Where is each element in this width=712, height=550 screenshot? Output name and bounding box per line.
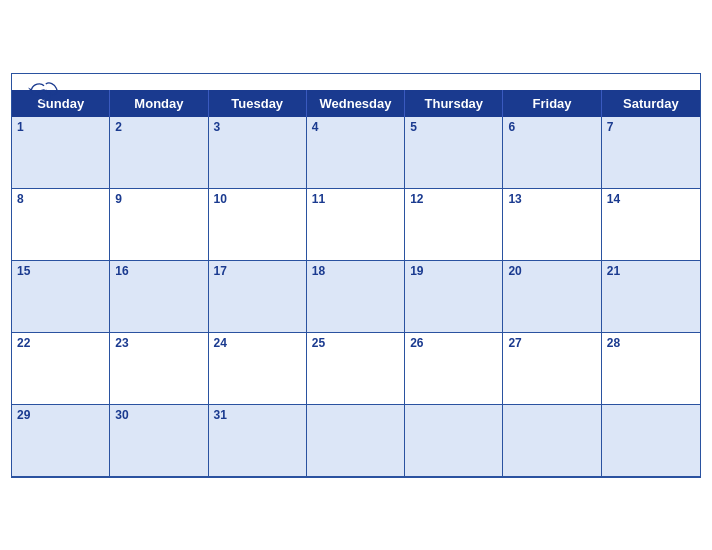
day-cell-26: 26 — [405, 333, 503, 405]
day-number: 31 — [214, 408, 301, 422]
day-cell-15: 15 — [12, 261, 110, 333]
day-number: 8 — [17, 192, 104, 206]
day-number: 9 — [115, 192, 202, 206]
day-number: 7 — [607, 120, 695, 134]
day-number: 17 — [214, 264, 301, 278]
day-cell-14: 14 — [602, 189, 700, 261]
day-header-monday: Monday — [110, 90, 208, 117]
day-cell-28: 28 — [602, 333, 700, 405]
day-cell-12: 12 — [405, 189, 503, 261]
empty-cell — [307, 405, 405, 477]
day-header-thursday: Thursday — [405, 90, 503, 117]
day-cell-20: 20 — [503, 261, 601, 333]
day-number: 25 — [312, 336, 399, 350]
day-number: 14 — [607, 192, 695, 206]
empty-cell — [602, 405, 700, 477]
day-number: 2 — [115, 120, 202, 134]
day-number: 6 — [508, 120, 595, 134]
empty-cell — [503, 405, 601, 477]
day-cell-27: 27 — [503, 333, 601, 405]
calendar-body: 1234567891011121314151617181920212223242… — [12, 117, 700, 477]
calendar-week-5: 293031 — [12, 405, 700, 477]
day-header-tuesday: Tuesday — [209, 90, 307, 117]
day-number: 29 — [17, 408, 104, 422]
day-cell-25: 25 — [307, 333, 405, 405]
calendar: SundayMondayTuesdayWednesdayThursdayFrid… — [11, 73, 701, 478]
day-number: 1 — [17, 120, 104, 134]
day-number: 27 — [508, 336, 595, 350]
day-cell-21: 21 — [602, 261, 700, 333]
day-number: 26 — [410, 336, 497, 350]
day-cell-4: 4 — [307, 117, 405, 189]
day-cell-22: 22 — [12, 333, 110, 405]
day-cell-31: 31 — [209, 405, 307, 477]
day-cell-30: 30 — [110, 405, 208, 477]
empty-cell — [405, 405, 503, 477]
day-number: 21 — [607, 264, 695, 278]
day-cell-1: 1 — [12, 117, 110, 189]
day-cell-18: 18 — [307, 261, 405, 333]
brand-logo — [28, 82, 62, 102]
day-number: 19 — [410, 264, 497, 278]
calendar-header — [12, 74, 700, 90]
day-cell-10: 10 — [209, 189, 307, 261]
calendar-week-2: 891011121314 — [12, 189, 700, 261]
day-cell-13: 13 — [503, 189, 601, 261]
day-number: 15 — [17, 264, 104, 278]
day-cell-8: 8 — [12, 189, 110, 261]
day-cell-7: 7 — [602, 117, 700, 189]
day-number: 20 — [508, 264, 595, 278]
day-number: 24 — [214, 336, 301, 350]
day-number: 13 — [508, 192, 595, 206]
brand-bird-icon — [28, 82, 60, 102]
day-cell-6: 6 — [503, 117, 601, 189]
day-number: 22 — [17, 336, 104, 350]
calendar-week-3: 15161718192021 — [12, 261, 700, 333]
day-cell-2: 2 — [110, 117, 208, 189]
day-number: 23 — [115, 336, 202, 350]
day-cell-11: 11 — [307, 189, 405, 261]
day-cell-19: 19 — [405, 261, 503, 333]
day-header-saturday: Saturday — [602, 90, 700, 117]
day-number: 18 — [312, 264, 399, 278]
day-number: 30 — [115, 408, 202, 422]
day-cell-17: 17 — [209, 261, 307, 333]
day-number: 4 — [312, 120, 399, 134]
day-headers-row: SundayMondayTuesdayWednesdayThursdayFrid… — [12, 90, 700, 117]
day-cell-16: 16 — [110, 261, 208, 333]
day-cell-9: 9 — [110, 189, 208, 261]
calendar-week-4: 22232425262728 — [12, 333, 700, 405]
day-number: 12 — [410, 192, 497, 206]
day-cell-29: 29 — [12, 405, 110, 477]
day-number: 28 — [607, 336, 695, 350]
day-number: 5 — [410, 120, 497, 134]
day-header-friday: Friday — [503, 90, 601, 117]
day-header-wednesday: Wednesday — [307, 90, 405, 117]
calendar-week-1: 1234567 — [12, 117, 700, 189]
day-cell-24: 24 — [209, 333, 307, 405]
day-number: 3 — [214, 120, 301, 134]
day-cell-5: 5 — [405, 117, 503, 189]
day-number: 11 — [312, 192, 399, 206]
day-cell-23: 23 — [110, 333, 208, 405]
day-number: 16 — [115, 264, 202, 278]
day-number: 10 — [214, 192, 301, 206]
day-cell-3: 3 — [209, 117, 307, 189]
